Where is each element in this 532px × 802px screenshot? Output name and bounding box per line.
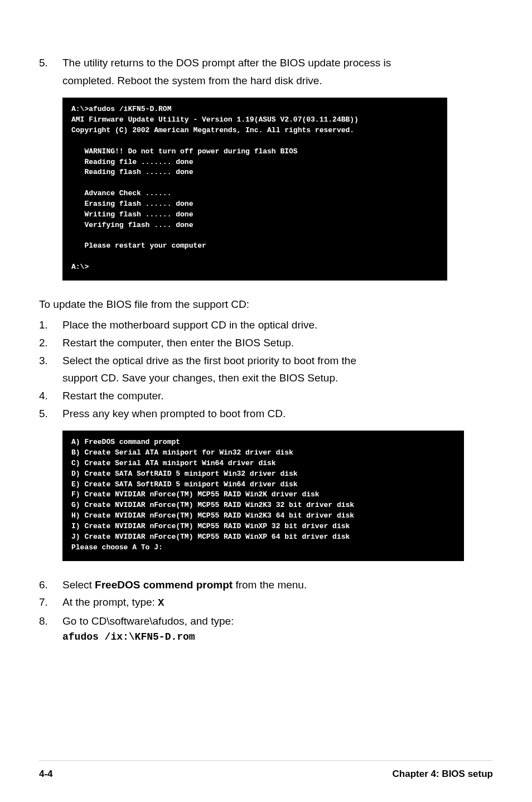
step-number: 8. bbox=[39, 614, 62, 629]
step-6: 6. Select FreeDOS commend prompt from th… bbox=[39, 578, 493, 592]
step-text: At the prompt, type: X bbox=[62, 595, 493, 611]
step-text: Press any key when prompted to boot from… bbox=[62, 407, 493, 421]
step-text: Go to CD\software\afudos, and type: bbox=[62, 614, 493, 629]
step-number: 6. bbox=[39, 578, 62, 592]
step-text-part: Select bbox=[62, 579, 95, 591]
step-text-cont: completed. Reboot the system from the ha… bbox=[39, 74, 493, 88]
step-5: 5. The utility returns to the DOS prompt… bbox=[39, 56, 493, 70]
step-text-mono: X bbox=[158, 597, 164, 609]
step-8: 8. Go to CD\software\afudos, and type: bbox=[39, 614, 493, 629]
step-text: The utility returns to the DOS prompt af… bbox=[62, 56, 493, 70]
step-number: 5. bbox=[39, 407, 62, 421]
step-text: Place the motherboard support CD in the … bbox=[62, 318, 493, 332]
step-number: 3. bbox=[39, 354, 62, 368]
step-7: 7. At the prompt, type: X bbox=[39, 595, 493, 611]
step-1: 1. Place the motherboard support CD in t… bbox=[39, 318, 493, 332]
step-text-bold: FreeDOS commend prompt bbox=[95, 579, 233, 591]
page-footer: 4-4 Chapter 4: BIOS setup bbox=[39, 760, 493, 780]
step-number: 5. bbox=[39, 56, 62, 70]
step-text: Restart the computer, then enter the BIO… bbox=[62, 336, 493, 350]
step-text-part: from the menu. bbox=[233, 579, 307, 591]
step-text: Select FreeDOS commend prompt from the m… bbox=[62, 578, 493, 592]
section-lead: To update the BIOS file from the support… bbox=[39, 297, 493, 312]
step-3: 3. Select the optical drive as the first… bbox=[39, 354, 493, 368]
step-number: 4. bbox=[39, 389, 62, 403]
step-2: 2. Restart the computer, then enter the … bbox=[39, 336, 493, 350]
terminal-output-2: A) FreeDOS command prompt B) Create Seri… bbox=[62, 431, 464, 561]
document-page: 5. The utility returns to the DOS prompt… bbox=[0, 0, 532, 753]
step-text-cont: support CD. Save your changes, then exit… bbox=[39, 371, 493, 385]
step-5b: 5. Press any key when prompted to boot f… bbox=[39, 407, 493, 421]
step-4: 4. Restart the computer. bbox=[39, 389, 493, 403]
terminal-output-1: A:\>afudos /iKFN5-D.ROM AMI Firmware Upd… bbox=[62, 98, 447, 281]
step-number: 7. bbox=[39, 595, 62, 611]
step-text: Restart the computer. bbox=[62, 389, 493, 403]
step-text-part: At the prompt, type: bbox=[62, 596, 158, 608]
step-number: 2. bbox=[39, 336, 62, 350]
step-number: 1. bbox=[39, 318, 62, 332]
footer-page-number: 4-4 bbox=[39, 769, 53, 780]
footer-chapter: Chapter 4: BIOS setup bbox=[393, 769, 493, 780]
command-line: afudos /ix:\KFN5-D.rom bbox=[62, 631, 493, 642]
step-text: Select the optical drive as the first bo… bbox=[62, 354, 493, 368]
